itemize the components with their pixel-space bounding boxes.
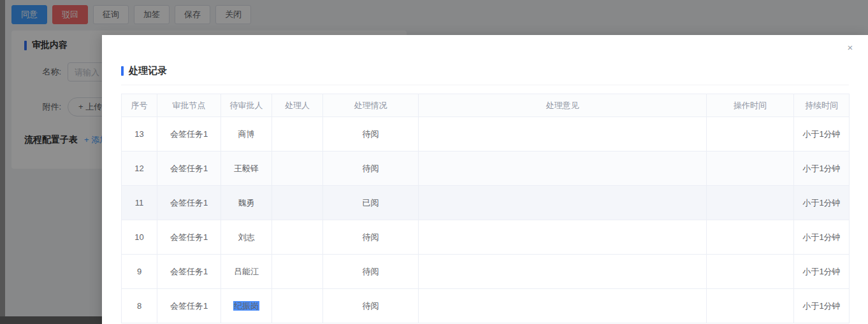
app-window: 同意 驳回 征询 加签 保存 关闭 审批内容 名称: 附件: + 上传 流程配置… — [0, 0, 868, 324]
drawer-body: 处理记录 序号 审批节点 待审批人 处理人 处理情况 处理意见 操作 — [102, 35, 868, 323]
col-op-time: 操作时间 — [707, 94, 794, 117]
table-row: 8 会签任务1 纪振岗 待阅 小于1分钟 — [122, 289, 850, 323]
cell-node: 会签任务1 — [157, 151, 221, 186]
approver-name[interactable]: 王毅铎 — [234, 164, 259, 173]
cell-seq: 10 — [122, 220, 157, 255]
records-table: 序号 审批节点 待审批人 处理人 处理情况 处理意见 操作时间 持续时间 13 … — [121, 94, 850, 323]
cell-duration: 小于1分钟 — [794, 186, 850, 220]
records-title-text: 处理记录 — [129, 65, 167, 77]
records-section-title: 处理记录 — [121, 64, 849, 77]
cell-opinion — [419, 220, 707, 255]
approver-name[interactable]: 商博 — [238, 129, 255, 139]
table-row: 13 会签任务1 商博 待阅 小于1分钟 — [122, 117, 850, 151]
cell-opinion — [419, 117, 707, 151]
cell-seq: 12 — [122, 151, 157, 186]
cell-opinion — [419, 186, 707, 220]
approver-name[interactable]: 吕能江 — [234, 267, 259, 276]
cell-op-time — [707, 220, 794, 255]
cell-op-time — [707, 151, 794, 186]
cell-handler — [272, 151, 323, 186]
cell-status: 待阅 — [323, 117, 419, 151]
col-handler: 处理人 — [272, 94, 323, 117]
cell-seq: 8 — [122, 289, 157, 323]
cell-node: 会签任务1 — [157, 186, 221, 220]
col-status: 处理情况 — [323, 94, 419, 117]
col-opinion: 处理意见 — [419, 94, 707, 117]
cell-status: 待阅 — [323, 255, 419, 289]
cell-seq: 9 — [122, 255, 157, 289]
cell-seq: 11 — [122, 186, 157, 220]
cell-handler — [272, 117, 323, 151]
approver-name[interactable]: 魏勇 — [238, 198, 255, 208]
cell-duration: 小于1分钟 — [794, 220, 850, 255]
cell-seq: 13 — [122, 117, 157, 151]
cell-node: 会签任务1 — [157, 289, 221, 323]
cell-op-time — [707, 289, 794, 323]
cell-handler — [272, 289, 323, 323]
cell-approver: 商博 — [221, 117, 272, 151]
table-row: 9 会签任务1 吕能江 待阅 小于1分钟 — [122, 255, 850, 289]
cell-approver: 吕能江 — [221, 255, 272, 289]
cell-duration: 小于1分钟 — [794, 289, 850, 323]
section-divider — [121, 85, 849, 85]
table-row: 12 会签任务1 王毅铎 待阅 小于1分钟 — [122, 151, 850, 186]
cell-duration: 小于1分钟 — [794, 151, 850, 186]
cell-node: 会签任务1 — [157, 117, 221, 151]
cell-opinion — [419, 151, 707, 186]
cell-status: 已阅 — [323, 186, 419, 220]
table-row: 11 会签任务1 魏勇 已阅 小于1分钟 — [122, 186, 850, 220]
cell-handler — [272, 220, 323, 255]
cell-opinion — [419, 255, 707, 289]
cell-duration: 小于1分钟 — [794, 117, 850, 151]
col-duration: 持续时间 — [794, 94, 850, 117]
cell-duration: 小于1分钟 — [794, 255, 850, 289]
cell-handler — [272, 186, 323, 220]
cell-op-time — [707, 186, 794, 220]
cell-approver: 刘志 — [221, 220, 272, 255]
cell-status: 待阅 — [323, 151, 419, 186]
cell-approver: 魏勇 — [221, 186, 272, 220]
cell-approver: 纪振岗 — [221, 289, 272, 323]
cell-op-time — [707, 255, 794, 289]
cell-status: 待阅 — [323, 289, 419, 323]
cell-handler — [272, 255, 323, 289]
cell-op-time — [707, 117, 794, 151]
approver-name[interactable]: 刘志 — [238, 232, 255, 242]
title-accent-bar — [121, 66, 124, 76]
approver-name[interactable]: 纪振岗 — [233, 301, 259, 311]
drawer-close-icon[interactable]: × — [844, 41, 857, 54]
col-seq: 序号 — [122, 94, 157, 117]
table-row: 10 会签任务1 刘志 待阅 小于1分钟 — [122, 220, 850, 255]
col-approver: 待审批人 — [221, 94, 272, 117]
col-node: 审批节点 — [157, 94, 221, 117]
table-header-row: 序号 审批节点 待审批人 处理人 处理情况 处理意见 操作时间 持续时间 — [122, 94, 850, 117]
cell-node: 会签任务1 — [157, 255, 221, 289]
cell-status: 待阅 — [323, 220, 419, 255]
records-drawer: × 处理记录 序号 审批节点 待审批人 处理人 处理情况 — [102, 35, 868, 324]
cell-approver: 王毅铎 — [221, 151, 272, 186]
cell-node: 会签任务1 — [157, 220, 221, 255]
cell-opinion — [419, 289, 707, 323]
